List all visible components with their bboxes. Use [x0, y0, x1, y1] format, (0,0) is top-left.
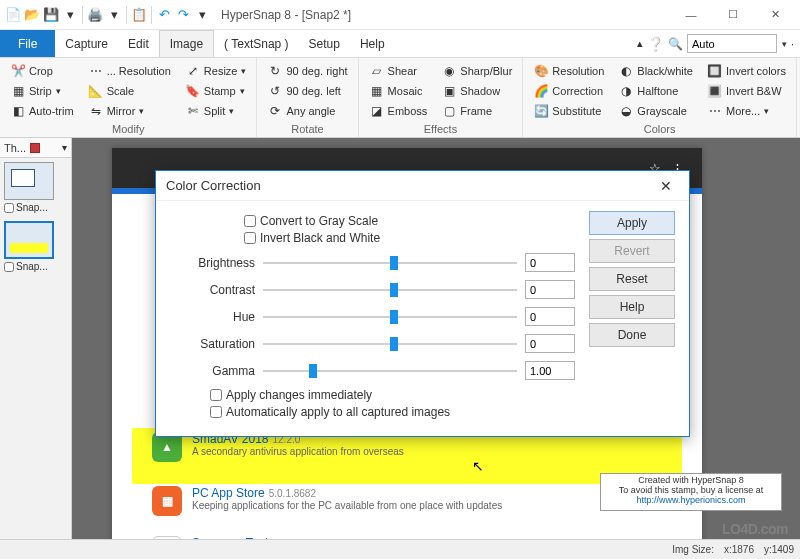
shear-button[interactable]: ▱Shear	[365, 61, 432, 80]
blackwhite-button[interactable]: ◐Black/white	[614, 61, 697, 80]
strip-button[interactable]: ▦Strip▾	[6, 81, 78, 100]
search-go-icon[interactable]: ·	[791, 38, 794, 50]
menu-textsnap[interactable]: ( TextSnap )	[214, 30, 298, 57]
color-resolution-button[interactable]: 🎨Resolution	[529, 61, 608, 80]
bw-icon: ◐	[618, 63, 634, 79]
brightness-input[interactable]	[525, 253, 575, 272]
search-dropdown-icon[interactable]: ▾	[781, 39, 787, 49]
rotate-right-button[interactable]: ↻90 deg. right	[263, 61, 351, 80]
convert-gray-checkbox[interactable]: Convert to Gray Scale	[244, 214, 575, 228]
done-button[interactable]: Done	[589, 323, 675, 347]
gamma-input[interactable]	[525, 361, 575, 380]
resize-button[interactable]: ⤢Resize▾	[181, 61, 251, 80]
dialog-titlebar[interactable]: Color Correction ✕	[156, 171, 689, 201]
menu-capture[interactable]: Capture	[55, 30, 118, 57]
brightness-slider[interactable]	[263, 254, 517, 272]
sharpblur-icon: ◉	[441, 63, 457, 79]
undo-icon[interactable]: ↶	[155, 6, 173, 24]
reset-button[interactable]: Reset	[589, 267, 675, 291]
hue-slider[interactable]	[263, 308, 517, 326]
help-icon[interactable]: ❔	[647, 36, 664, 52]
apply-all-checkbox[interactable]: Automatically apply to all captured imag…	[210, 405, 575, 419]
rotate-any-button[interactable]: ⟳Any angle	[263, 101, 351, 120]
menu-help[interactable]: Help	[350, 30, 395, 57]
correction-icon: 🌈	[533, 83, 549, 99]
item-title: PC App Store	[192, 486, 265, 500]
frame-button[interactable]: ▢Frame	[437, 101, 516, 120]
thumbnails-pane: Th... ▾ Snap... Snap...	[0, 138, 72, 539]
frame-icon: ▢	[441, 103, 457, 119]
copy-icon[interactable]: 📋	[130, 6, 148, 24]
group-label: Effects	[365, 121, 517, 135]
status-bar: Img Size: x:1876 y:1409	[0, 539, 800, 559]
mirror-button[interactable]: ⇋Mirror▾	[84, 101, 175, 120]
more-button[interactable]: ⋯More...▾	[703, 101, 790, 120]
pane-dropdown-icon[interactable]: ▾	[62, 142, 67, 153]
stamp-button[interactable]: 🔖Stamp▾	[181, 81, 251, 100]
invert-button[interactable]: 🔲Invert colors	[703, 61, 790, 80]
ribbon-group-colors: 🎨Resolution 🌈Correction 🔄Substitute ◐Bla…	[523, 58, 797, 137]
sharpblur-button[interactable]: ◉Sharp/Blur	[437, 61, 516, 80]
new-icon[interactable]: 📄	[4, 6, 22, 24]
revert-button[interactable]: Revert	[589, 239, 675, 263]
title-bar: 📄 📂 💾 ▾ 🖨️ ▾ 📋 ↶ ↷ ▾ HyperSnap 8 - [Snap…	[0, 0, 800, 30]
grayscale-button[interactable]: ◒Grayscale	[614, 101, 697, 120]
close-button[interactable]: ✕	[754, 1, 796, 29]
window-buttons: — ☐ ✕	[670, 1, 796, 29]
contrast-slider[interactable]	[263, 281, 517, 299]
invert-bw-checkbox[interactable]: Invert Black and White	[244, 231, 575, 245]
minimize-button[interactable]: —	[670, 1, 712, 29]
scale-button[interactable]: 📐Scale	[84, 81, 175, 100]
help-button[interactable]: Help	[589, 295, 675, 319]
qat-customize-icon[interactable]: ▾	[193, 6, 211, 24]
emboss-button[interactable]: ◪Emboss	[365, 101, 432, 120]
apply-button[interactable]: Apply	[589, 211, 675, 235]
resolution-button[interactable]: ⋯... Resolution	[84, 61, 175, 80]
mirror-icon: ⇋	[88, 103, 104, 119]
thumbnail-item[interactable]: Snap...	[4, 221, 67, 272]
site-watermark: LO4D.com	[722, 521, 788, 537]
save-dropdown-icon[interactable]: ▾	[61, 6, 79, 24]
maximize-button[interactable]: ☐	[712, 1, 754, 29]
split-button[interactable]: ✄Split▾	[181, 101, 251, 120]
thumb-checkbox[interactable]	[4, 203, 14, 213]
crop-button[interactable]: ✂️Crop	[6, 61, 78, 80]
thumb-checkbox[interactable]	[4, 262, 14, 272]
rotate-left-button[interactable]: ↺90 deg. left	[263, 81, 351, 100]
contrast-input[interactable]	[525, 280, 575, 299]
autotrim-icon: ◧	[10, 103, 26, 119]
autotrim-button[interactable]: ◧Auto-trim	[6, 101, 78, 120]
menu-setup[interactable]: Setup	[299, 30, 350, 57]
saturation-slider[interactable]	[263, 335, 517, 353]
saturation-input[interactable]	[525, 334, 575, 353]
redo-icon[interactable]: ↷	[174, 6, 192, 24]
menu-image[interactable]: Image	[159, 30, 214, 57]
halftone-button[interactable]: ◑Halftone	[614, 81, 697, 100]
item-title: Samsung Tool	[192, 536, 268, 539]
open-icon[interactable]: 📂	[23, 6, 41, 24]
print-dropdown-icon[interactable]: ▾	[105, 6, 123, 24]
correction-button[interactable]: 🌈Correction	[529, 81, 608, 100]
contrast-row: Contrast	[170, 280, 575, 299]
print-icon[interactable]: 🖨️	[86, 6, 104, 24]
minimize-ribbon-icon[interactable]: ▴	[637, 37, 643, 50]
dialog-close-button[interactable]: ✕	[653, 178, 679, 194]
gamma-slider[interactable]	[263, 362, 517, 380]
search-icon[interactable]: 🔍	[668, 37, 683, 51]
apply-immediately-checkbox[interactable]: Apply changes immediately	[210, 388, 575, 402]
save-icon[interactable]: 💾	[42, 6, 60, 24]
rotate-left-icon: ↺	[267, 83, 283, 99]
menu-file[interactable]: File	[0, 30, 55, 57]
pane-header[interactable]: Th... ▾	[0, 138, 71, 158]
invertbw-button[interactable]: 🔳Invert B&W	[703, 81, 790, 100]
menu-edit[interactable]: Edit	[118, 30, 159, 57]
substitute-button[interactable]: 🔄Substitute	[529, 101, 608, 120]
pin-icon[interactable]	[30, 143, 40, 153]
thumbnail-item[interactable]: Snap...	[4, 162, 67, 213]
hue-input[interactable]	[525, 307, 575, 326]
group-label: Modify	[6, 121, 250, 135]
search-input[interactable]	[687, 34, 777, 53]
shadow-button[interactable]: ▣Shadow	[437, 81, 516, 100]
mosaic-button[interactable]: ▦Mosaic	[365, 81, 432, 100]
color-correction-dialog: Color Correction ✕ Convert to Gray Scale…	[155, 170, 690, 437]
